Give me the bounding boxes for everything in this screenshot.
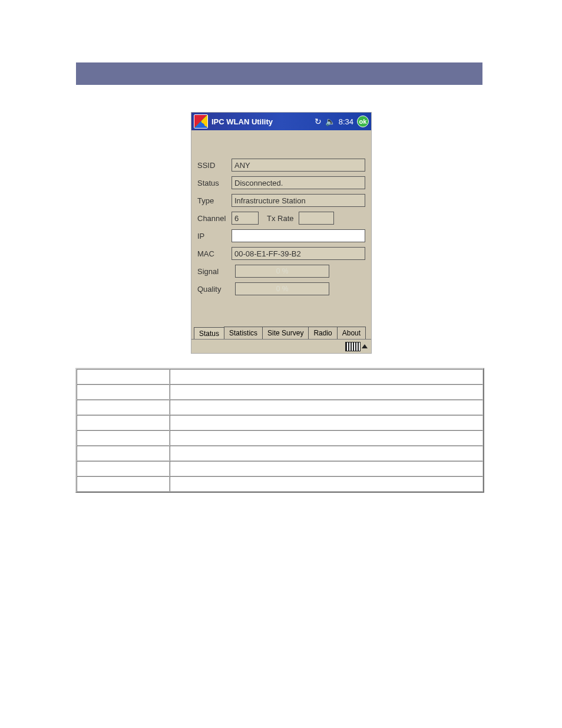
table-row — [77, 369, 483, 384]
connectivity-icon[interactable]: ↻ — [315, 117, 322, 126]
signal-value: 0 % — [276, 267, 289, 275]
tab-statistics[interactable]: Statistics — [224, 327, 263, 339]
desc-key — [77, 430, 170, 446]
pocketpc-window: IPC WLAN Utility ↻ 🔈 8:34 ok SSID ANY St… — [191, 112, 372, 354]
txrate-label: Tx Rate — [267, 214, 294, 223]
ssid-value: ANY — [232, 159, 365, 172]
signal-bar: 0 % — [235, 265, 329, 278]
desc-key — [77, 400, 170, 415]
app-title: IPC WLAN Utility — [211, 117, 273, 126]
desc-key — [77, 476, 170, 492]
speaker-icon[interactable]: 🔈 — [325, 117, 335, 126]
table-row — [77, 384, 483, 400]
ssid-label: SSID — [197, 161, 232, 170]
status-label: Status — [197, 179, 232, 187]
desc-val — [170, 430, 483, 446]
status-panel: SSID ANY Status Disconnected. Type Infra… — [191, 130, 371, 325]
ip-value — [232, 229, 365, 242]
ip-label: IP — [197, 232, 232, 241]
tab-bar: Status Statistics Site Survey Radio Abou… — [191, 325, 371, 339]
quality-bar: 0 % — [235, 282, 329, 295]
keyboard-icon[interactable] — [345, 342, 361, 351]
desc-val — [170, 476, 483, 492]
sip-arrow-icon[interactable] — [362, 344, 368, 348]
page-header-bar — [76, 62, 482, 85]
desc-val — [170, 461, 483, 476]
desc-val — [170, 369, 483, 384]
quality-label: Quality — [197, 285, 232, 294]
type-value: Infrastructure Station — [232, 194, 365, 207]
mac-value: 00-08-E1-FF-39-B2 — [232, 247, 365, 260]
table-row — [77, 400, 483, 415]
start-icon[interactable] — [194, 114, 208, 129]
signal-label: Signal — [197, 267, 232, 276]
sip-bar — [191, 339, 371, 353]
status-icons: ↻ 🔈 8:34 — [315, 117, 353, 126]
table-row — [77, 430, 483, 446]
ok-button[interactable]: ok — [357, 116, 369, 127]
status-value: Disconnected. — [232, 176, 365, 189]
desc-key — [77, 369, 170, 384]
desc-val — [170, 415, 483, 430]
desc-val — [170, 446, 483, 461]
tab-about[interactable]: About — [337, 327, 366, 339]
titlebar: IPC WLAN Utility ↻ 🔈 8:34 ok — [191, 113, 371, 130]
tab-site-survey[interactable]: Site Survey — [262, 327, 309, 339]
table-row — [77, 415, 483, 430]
desc-val — [170, 384, 483, 400]
quality-value: 0 % — [276, 285, 289, 293]
channel-label: Channel — [197, 214, 232, 223]
desc-key — [77, 446, 170, 461]
clock-text: 8:34 — [339, 117, 353, 126]
tab-radio[interactable]: Radio — [308, 327, 337, 339]
txrate-value — [299, 212, 334, 225]
desc-key — [77, 461, 170, 476]
channel-value: 6 — [232, 212, 259, 225]
tab-status[interactable]: Status — [194, 327, 224, 340]
desc-val — [170, 400, 483, 415]
table-row — [77, 446, 483, 461]
description-table — [75, 368, 484, 493]
desc-key — [77, 415, 170, 430]
type-label: Type — [197, 196, 232, 205]
table-row — [77, 476, 483, 492]
mac-label: MAC — [197, 249, 232, 258]
table-row — [77, 461, 483, 476]
desc-key — [77, 384, 170, 400]
